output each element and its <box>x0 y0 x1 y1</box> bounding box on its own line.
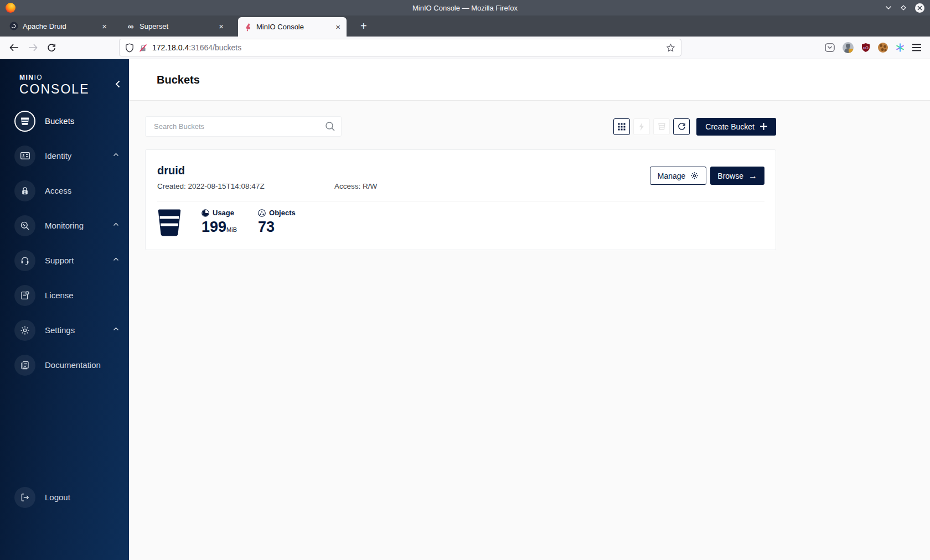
bucket-large-icon <box>157 209 182 236</box>
close-tab-icon[interactable]: × <box>101 22 108 30</box>
bucket-icon <box>14 111 35 132</box>
identity-card-icon <box>14 146 35 167</box>
minio-console-app: MINIO CONSOLE Buckets <box>0 59 930 560</box>
browser-toolbar: 172.18.0.4:31664/buckets uO <box>0 37 930 59</box>
support-headset-icon <box>14 250 35 271</box>
browse-button[interactable]: Browse → <box>710 167 764 185</box>
tab-bar: Apache Druid × ∞ Superset × MinIO Consol… <box>0 15 930 37</box>
close-tab-icon[interactable]: × <box>218 22 225 30</box>
insecure-lock-icon[interactable] <box>138 43 148 53</box>
tab-label: Superset <box>140 22 213 30</box>
sidebar-collapse-icon[interactable] <box>115 80 120 88</box>
tab-superset[interactable]: ∞ Superset × <box>121 17 230 35</box>
access-lock-icon <box>14 180 35 201</box>
sidebar-item-license[interactable]: License <box>0 278 129 313</box>
usage-pie-icon <box>202 209 209 217</box>
sidebar-item-documentation[interactable]: Documentation <box>0 348 129 382</box>
create-bucket-button[interactable]: Create Bucket <box>696 118 776 136</box>
delete-bucket-button <box>653 118 670 135</box>
page-header: Buckets <box>129 59 930 101</box>
reload-button[interactable] <box>43 39 60 56</box>
tracking-protection-shield-icon[interactable] <box>125 43 134 53</box>
tab-apache-druid[interactable]: Apache Druid × <box>4 17 113 35</box>
svg-text:uO: uO <box>863 46 869 50</box>
logout-icon <box>14 487 35 508</box>
minio-flamingo-favicon-icon <box>243 23 252 32</box>
objects-metric: Objects 73 <box>258 209 296 236</box>
window-close-icon[interactable] <box>915 3 924 13</box>
main-content: Buckets <box>129 59 930 560</box>
toolbar-extensions: uO <box>824 42 924 53</box>
multicolor-asterisk-extension-icon[interactable] <box>895 43 905 53</box>
chevron-up-icon[interactable] <box>113 327 119 331</box>
minio-console-logo: MINIO CONSOLE <box>0 59 129 97</box>
profile-avatar-icon[interactable] <box>843 42 854 53</box>
close-tab-icon[interactable]: × <box>334 23 342 31</box>
search-buckets-input[interactable] <box>145 116 342 137</box>
grid-view-button[interactable] <box>613 118 630 135</box>
superset-favicon-icon: ∞ <box>126 22 135 30</box>
objects-value: 73 <box>258 219 275 235</box>
arrow-right-icon: → <box>748 171 757 181</box>
back-button[interactable] <box>6 39 22 56</box>
objects-label: Objects <box>269 209 296 217</box>
plus-icon <box>760 123 767 130</box>
search-icon <box>325 121 335 132</box>
objects-icon <box>258 209 266 217</box>
tab-label: MinIO Console <box>256 23 330 31</box>
sidebar-item-access[interactable]: Access <box>0 173 129 208</box>
bucket-card-actions: Manage <box>650 167 764 185</box>
url-host: 172.18.0.4 <box>152 43 189 52</box>
usage-label: Usage <box>213 209 234 217</box>
search-box <box>145 116 342 137</box>
card-divider <box>157 201 764 201</box>
gear-icon <box>690 172 699 180</box>
firefox-logo-icon <box>6 3 16 13</box>
pocket-icon[interactable] <box>824 42 835 53</box>
sidebar-item-monitoring[interactable]: Monitoring <box>0 208 129 243</box>
chevron-up-icon[interactable] <box>113 153 119 157</box>
ublock-origin-icon[interactable]: uO <box>861 43 871 53</box>
sidebar-menu: Buckets Identity <box>0 103 129 382</box>
monitoring-search-icon <box>14 215 35 236</box>
window-titlebar: MinIO Console — Mozilla Firefox <box>0 0 930 15</box>
bookmark-star-icon[interactable] <box>666 43 675 53</box>
sidebar-item-support[interactable]: Support <box>0 243 129 278</box>
window-title: MinIO Console — Mozilla Firefox <box>0 4 930 12</box>
forward-button[interactable] <box>24 39 41 56</box>
chevron-up-icon[interactable] <box>113 222 119 226</box>
lifecycle-lightning-button <box>633 118 650 135</box>
new-tab-button[interactable]: + <box>356 20 371 32</box>
chevron-up-icon[interactable] <box>113 257 119 261</box>
window-controls <box>885 3 930 13</box>
sidebar-item-buckets[interactable]: Buckets <box>0 103 129 138</box>
sidebar-item-logout[interactable]: Logout <box>0 480 129 515</box>
sidebar-item-settings[interactable]: Settings <box>0 313 129 348</box>
page-title: Buckets <box>157 74 200 86</box>
bucket-actions: Create Bucket <box>613 118 776 136</box>
window-minimize-icon[interactable] <box>885 6 892 10</box>
documentation-book-icon <box>14 355 35 376</box>
bucket-card-druid[interactable]: druid Created: 2022-08-15T14:08:47Z Acce… <box>145 149 776 250</box>
bucket-name[interactable]: druid <box>157 164 377 177</box>
refresh-button[interactable] <box>673 118 690 135</box>
usage-metric: Usage 199MiB <box>202 209 237 236</box>
hamburger-menu-icon[interactable] <box>912 44 921 51</box>
druid-favicon-icon <box>9 22 18 30</box>
sidebar: MINIO CONSOLE Buckets <box>0 59 129 560</box>
window-maximize-icon[interactable] <box>900 4 907 11</box>
cookie-extension-icon[interactable] <box>878 43 888 53</box>
tab-minio-console[interactable]: MinIO Console × <box>238 17 347 37</box>
license-document-icon <box>14 285 35 306</box>
manage-button[interactable]: Manage <box>650 167 707 185</box>
buckets-toolbar: Create Bucket <box>145 116 776 137</box>
usage-value: 199 <box>202 219 226 235</box>
gear-icon <box>14 320 35 341</box>
url-path: :31664/buckets <box>189 43 241 52</box>
usage-unit: MiB <box>226 226 237 233</box>
url-bar[interactable]: 172.18.0.4:31664/buckets <box>119 39 681 56</box>
bucket-created: Created: 2022-08-15T14:08:47Z <box>157 182 334 190</box>
tab-label: Apache Druid <box>23 22 96 30</box>
bucket-access: Access: R/W <box>334 182 377 190</box>
sidebar-item-identity[interactable]: Identity <box>0 138 129 173</box>
